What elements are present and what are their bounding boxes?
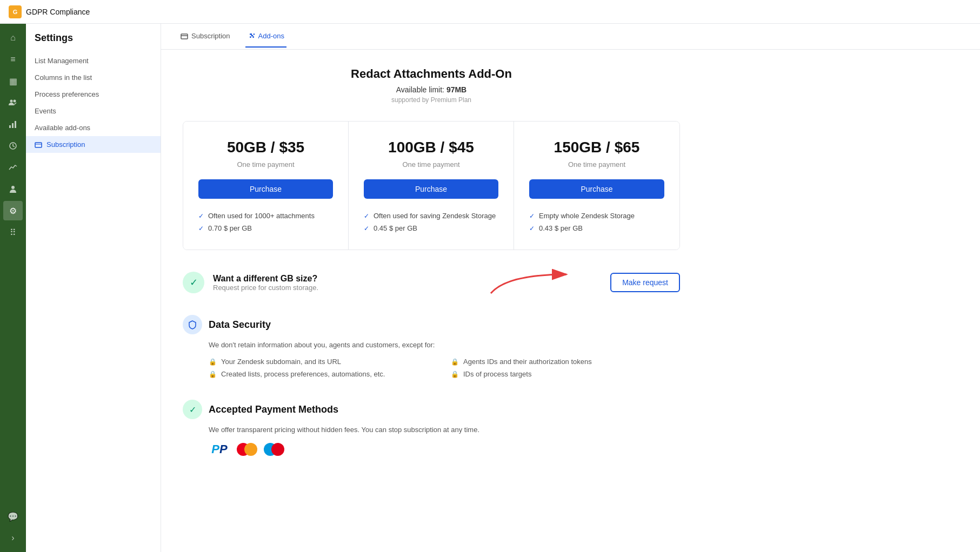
lock-icon: 🔒 <box>209 358 217 366</box>
payment-methods-section: ✓ Accepted Payment Methods We offer tran… <box>183 400 680 456</box>
analytics-icon[interactable] <box>3 158 23 177</box>
chat-icon[interactable]: 💬 <box>3 507 23 526</box>
svg-rect-8 <box>35 144 42 145</box>
mastercard-icon <box>237 443 257 456</box>
pricing-amount-100gb: 100GB / $45 <box>364 139 498 156</box>
feature-item: ✓ 0.70 $ per GB <box>198 224 333 232</box>
pricing-card-150gb: 150GB / $65 One time payment Purchase ✓ … <box>514 122 679 250</box>
puzzle-icon <box>248 32 255 40</box>
sidebar-item-subscription[interactable]: Subscription <box>26 136 161 153</box>
content-area: Redact Attachments Add-On Available limi… <box>161 50 702 495</box>
svg-rect-4 <box>15 121 16 128</box>
available-limit: Available limit: 97MB <box>183 85 680 94</box>
security-item: 🔒 Created lists, process preferences, au… <box>209 370 438 378</box>
custom-request-section: ✓ Want a different GB size? Request pric… <box>183 272 680 293</box>
data-security-subtitle: We don't retain information about you, a… <box>209 341 680 349</box>
feature-item: ✓ Often used for saving Zendesk Storage <box>364 212 498 220</box>
pricing-grid: 50GB / $35 One time payment Purchase ✓ O… <box>183 121 680 250</box>
feature-item: ✓ Often used for 1000+ attachments <box>198 212 333 220</box>
settings-icon[interactable]: ⚙ <box>3 201 23 220</box>
payment-methods-title: Accepted Payment Methods <box>209 404 338 415</box>
check-icon: ✓ <box>198 212 204 220</box>
svg-rect-9 <box>181 34 188 39</box>
maestro-icon <box>264 443 284 456</box>
app-header: G GDPR Compliance <box>0 0 980 24</box>
sidebar-item-process-preferences[interactable]: Process preferences <box>26 86 161 103</box>
check-icon: ✓ <box>529 212 535 220</box>
data-security-title: Data Security <box>209 319 271 331</box>
lock-icon: 🔒 <box>451 371 459 378</box>
svg-point-1 <box>14 100 16 103</box>
security-grid: 🔒 Your Zendesk subdomain, and its URL 🔒 … <box>209 358 680 378</box>
security-item: 🔒 Agents IDs and their authorization tok… <box>451 358 680 366</box>
sidebar-item-columns-in-list[interactable]: Columns in the list <box>26 69 161 86</box>
check-icon: ✓ <box>529 225 535 232</box>
feature-item: ✓ Empty whole Zendesk Storage <box>529 212 664 220</box>
menu-icon[interactable]: ≡ <box>3 50 23 69</box>
tab-subscription[interactable]: Subscription <box>178 25 232 48</box>
custom-request-text: Want a different GB size? Request price … <box>213 274 318 292</box>
sidebar-item-list-management[interactable]: List Management <box>26 52 161 69</box>
users2-icon[interactable] <box>3 93 23 112</box>
contacts-icon[interactable] <box>3 179 23 199</box>
svg-rect-2 <box>9 125 11 128</box>
svg-point-6 <box>11 186 15 189</box>
pricing-card-100gb: 100GB / $45 One time payment Purchase ✓ … <box>349 122 514 250</box>
pricing-period-150gb: One time payment <box>529 160 664 169</box>
pricing-amount-50gb: 50GB / $35 <box>198 139 333 156</box>
shield-icon <box>183 315 202 334</box>
make-request-button[interactable]: Make request <box>610 273 680 292</box>
list-icon[interactable]: ▦ <box>3 71 23 91</box>
purchase-button-50gb[interactable]: Purchase <box>198 179 333 199</box>
app-name: GDPR Compliance <box>26 8 90 16</box>
main-nav: Subscription Add-ons <box>161 24 980 50</box>
home-icon[interactable]: ⌂ <box>3 28 23 48</box>
paypal-icon: PP <box>209 442 230 456</box>
feature-list-100gb: ✓ Often used for saving Zendesk Storage … <box>364 212 498 232</box>
payment-methods-header: ✓ Accepted Payment Methods <box>183 400 680 419</box>
purchase-button-100gb[interactable]: Purchase <box>364 179 498 199</box>
security-item: 🔒 IDs of process targets <box>451 370 680 378</box>
reports-icon[interactable] <box>3 115 23 134</box>
purchase-button-150gb[interactable]: Purchase <box>529 179 664 199</box>
data-security-header: Data Security <box>183 315 680 334</box>
feature-list-50gb: ✓ Often used for 1000+ attachments ✓ 0.7… <box>198 212 333 232</box>
payment-methods-subtitle: We offer transparent pricing without hid… <box>209 426 680 434</box>
supported-by: supported by Premium Plan <box>183 96 680 104</box>
svg-rect-7 <box>35 143 42 147</box>
grid-icon[interactable]: ⠿ <box>3 223 23 242</box>
sidebar: Settings List Management Columns in the … <box>26 24 161 552</box>
data-security-section: Data Security We don't retain informatio… <box>183 315 680 378</box>
feature-item: ✓ 0.43 $ per GB <box>529 224 664 232</box>
payment-check-icon: ✓ <box>183 400 202 419</box>
svg-point-0 <box>10 100 13 103</box>
pricing-period-100gb: One time payment <box>364 160 498 169</box>
feature-item: ✓ 0.45 $ per GB <box>364 224 498 232</box>
pricing-amount-150gb: 150GB / $65 <box>529 139 664 156</box>
check-icon: ✓ <box>364 225 369 232</box>
pricing-period-50gb: One time payment <box>198 160 333 169</box>
main-content: Subscription Add-ons Redact Attachments … <box>161 24 980 552</box>
custom-request-title: Want a different GB size? <box>213 274 318 284</box>
custom-request-subtitle: Request price for custom storage. <box>213 284 318 292</box>
lock-icon: 🔒 <box>451 358 459 366</box>
clock-icon[interactable] <box>3 136 23 156</box>
sidebar-item-available-addons[interactable]: Available add-ons <box>26 119 161 136</box>
payment-icons: PP <box>209 442 680 456</box>
svg-rect-3 <box>12 123 14 128</box>
check-icon: ✓ <box>364 212 369 220</box>
tab-addons[interactable]: Add-ons <box>245 25 286 48</box>
subscription-icon <box>35 141 42 149</box>
page-title: Redact Attachments Add-On <box>183 67 680 81</box>
card-icon <box>181 32 188 40</box>
custom-request-icon: ✓ <box>183 272 204 293</box>
check-icon: ✓ <box>198 225 204 232</box>
expand-icon[interactable]: › <box>3 528 23 548</box>
sidebar-title: Settings <box>26 32 161 52</box>
icon-bar: ⌂ ≡ ▦ ⚙ ⠿ 💬 › <box>0 24 26 552</box>
pricing-card-50gb: 50GB / $35 One time payment Purchase ✓ O… <box>183 122 349 250</box>
feature-list-150gb: ✓ Empty whole Zendesk Storage ✓ 0.43 $ p… <box>529 212 664 232</box>
sidebar-item-events[interactable]: Events <box>26 103 161 119</box>
security-item: 🔒 Your Zendesk subdomain, and its URL <box>209 358 438 366</box>
lock-icon: 🔒 <box>209 371 217 378</box>
